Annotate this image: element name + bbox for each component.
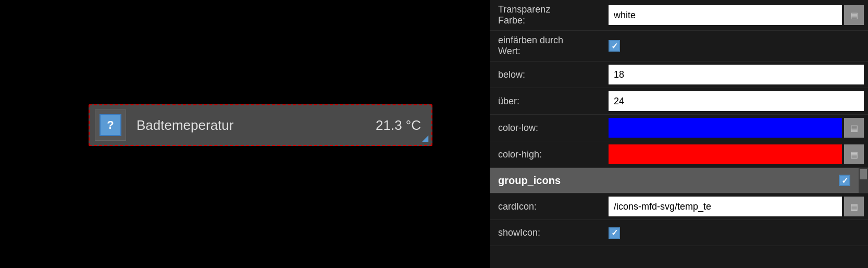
- question-mark-icon: ?: [107, 118, 114, 132]
- input-below[interactable]: [609, 65, 864, 84]
- checkbox-area-show-icon: [609, 227, 620, 239]
- scrollbar-thumb: [860, 169, 867, 179]
- checkbox-einfarben[interactable]: [609, 40, 620, 52]
- btn-transparenz-farbe[interactable]: ▤: [844, 5, 864, 25]
- label-transparenz-farbe: TransparenzFarbe:: [490, 0, 604, 30]
- input-color-high[interactable]: [609, 144, 842, 164]
- widget-icon-box: ?: [95, 109, 126, 141]
- btn-card-icon[interactable]: ▤: [844, 197, 864, 216]
- value-area-card-icon: ▤: [604, 193, 868, 220]
- label-card-icon: cardIcon:: [490, 197, 604, 216]
- value-area-color-low: ▤: [604, 115, 868, 141]
- prop-row-below: below:: [490, 62, 868, 88]
- prop-row-uber: über:: [490, 88, 868, 115]
- widget-card[interactable]: ? Badtemeperatur 21.3 °C ◢: [89, 104, 432, 146]
- input-uber[interactable]: [609, 91, 864, 111]
- btn-color-high[interactable]: ▤: [844, 144, 864, 164]
- grid-icon-card: ▤: [850, 202, 858, 212]
- prop-row-show-icon: showIcon:: [490, 220, 868, 246]
- prop-row-card-icon: cardIcon: ▤: [490, 193, 868, 220]
- btn-color-low[interactable]: ▤: [844, 118, 864, 138]
- prop-row-group-icons: group_icons: [490, 168, 868, 193]
- prop-row-color-high: color-high: ▤: [490, 141, 868, 168]
- widget-value: 21.3 °C: [376, 117, 431, 133]
- checkbox-show-icon[interactable]: [609, 227, 620, 239]
- widget-label: Badtemeperatur: [131, 117, 376, 133]
- input-card-icon[interactable]: [609, 197, 842, 216]
- prop-row-einfarben: einfärben durchWert:: [490, 31, 868, 62]
- prop-row-color-low: color-low: ▤: [490, 115, 868, 141]
- value-area-show-icon: [604, 224, 868, 242]
- grid-icon: ▤: [850, 10, 858, 20]
- input-transparenz-farbe[interactable]: [609, 5, 842, 25]
- grid-icon-low: ▤: [850, 123, 858, 133]
- label-einfarben: einfärben durchWert:: [490, 31, 604, 61]
- input-color-low[interactable]: [609, 118, 842, 138]
- label-color-low: color-low:: [490, 118, 604, 138]
- value-area-einfarben: [604, 37, 868, 55]
- corner-arrow-icon: ◢: [422, 133, 428, 143]
- checkbox-group-icons[interactable]: [839, 175, 850, 186]
- value-area-transparenz-farbe: ▤: [604, 2, 868, 28]
- label-group-icons: group_icons: [490, 169, 839, 192]
- value-area-uber: [604, 88, 868, 114]
- prop-row-transparenz-farbe: TransparenzFarbe: ▤: [490, 0, 868, 31]
- widget-icon: ?: [100, 114, 121, 136]
- properties-panel: TransparenzFarbe: ▤ einfärben durchWert:…: [490, 0, 868, 268]
- scrollbar: [859, 168, 868, 193]
- value-area-below: [604, 62, 868, 88]
- properties-list: TransparenzFarbe: ▤ einfärben durchWert:…: [490, 0, 868, 246]
- checkbox-area-einfarben: [609, 40, 620, 52]
- label-color-high: color-high:: [490, 145, 604, 164]
- canvas-area: ? Badtemeperatur 21.3 °C ◢: [0, 0, 490, 268]
- label-show-icon: showIcon:: [490, 223, 604, 242]
- grid-icon-high: ▤: [850, 150, 858, 160]
- value-area-color-high: ▤: [604, 141, 868, 167]
- label-below: below:: [490, 65, 604, 84]
- label-uber: über:: [490, 92, 604, 111]
